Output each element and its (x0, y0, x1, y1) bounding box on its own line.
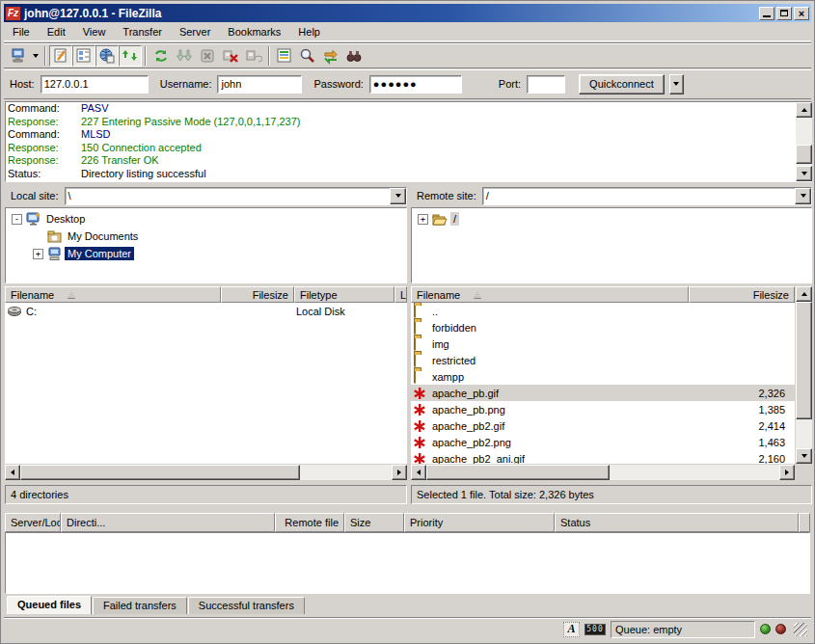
file-row[interactable]: apache_pb.gif 2,326 (411, 385, 795, 401)
queue-tab[interactable]: Failed transfers (93, 597, 187, 614)
scroll-down-button[interactable] (796, 448, 812, 464)
expand-icon[interactable]: + (33, 249, 43, 259)
title-bar[interactable]: Fz john@127.0.0.1 - FileZilla × (4, 4, 811, 22)
filter-button[interactable] (273, 45, 296, 67)
menu-item[interactable]: Edit (39, 24, 74, 40)
queue-column-header[interactable]: Status (555, 513, 799, 532)
process-queue-button[interactable] (173, 45, 196, 67)
site-manager-button[interactable] (7, 45, 30, 67)
file-row[interactable]: C: Local Disk (5, 303, 407, 319)
scroll-left-button[interactable] (5, 465, 20, 480)
arrow-down-icon (801, 172, 807, 175)
scroll-right-button[interactable] (779, 465, 795, 480)
menu-item[interactable]: Server (171, 24, 219, 40)
file-row[interactable]: apache_pb2.png 1,463 (411, 434, 795, 450)
local-file-list[interactable]: C: Local Disk (5, 303, 407, 464)
port-input[interactable] (527, 75, 565, 94)
tree-item-my-documents[interactable]: My Documents (6, 228, 406, 245)
find-button[interactable] (342, 45, 366, 67)
column-header-filename[interactable]: Filename (5, 286, 221, 303)
menu-item[interactable]: Bookmarks (219, 24, 289, 40)
toggle-remote-tree-button[interactable] (95, 45, 119, 67)
refresh-button[interactable] (149, 45, 173, 67)
menu-item[interactable]: File (4, 24, 39, 40)
log-scrollbar[interactable] (796, 102, 812, 181)
local-site-combo[interactable]: \ (65, 187, 407, 205)
username-input[interactable] (217, 75, 302, 94)
disconnect-button[interactable] (219, 45, 242, 67)
scroll-thumb[interactable] (426, 465, 610, 480)
compare-button[interactable] (296, 45, 319, 67)
menu-item[interactable]: View (74, 24, 115, 40)
file-row[interactable]: img (411, 335, 795, 352)
remote-tree[interactable]: + / (411, 207, 812, 283)
file-row[interactable]: apache_pb.png 1,385 (411, 401, 795, 417)
message-log[interactable]: Command: PASV Response: 227 Entering Pas… (5, 101, 812, 182)
collapse-icon[interactable]: - (12, 214, 22, 225)
menu-item[interactable]: Transfer (114, 24, 171, 40)
queue-column-header[interactable] (799, 513, 810, 532)
column-header-filename[interactable]: Filename (411, 286, 689, 303)
queue-list[interactable] (5, 532, 810, 594)
cancel-button[interactable] (196, 45, 219, 67)
chevron-down-icon (673, 82, 679, 86)
queue-column-header[interactable]: Server/Local file (5, 513, 61, 532)
remote-file-list[interactable]: .. forbidden img restricted xampp (411, 303, 795, 464)
toggle-message-log-button[interactable] (49, 45, 72, 67)
close-button[interactable]: × (794, 7, 809, 20)
file-row[interactable]: forbidden (411, 319, 795, 335)
tree-item-root[interactable]: + / (412, 210, 811, 228)
scroll-down-button[interactable] (796, 166, 812, 181)
minimize-button[interactable] (759, 7, 774, 20)
remote-list-vscrollbar[interactable] (796, 286, 812, 464)
file-row[interactable]: restricted (411, 352, 795, 368)
queue-tab[interactable]: Successful transfers (188, 597, 305, 614)
scroll-thumb[interactable] (796, 145, 812, 164)
scroll-up-button[interactable] (796, 286, 812, 302)
quickconnect-dropdown[interactable] (669, 74, 684, 94)
reconnect-button[interactable] (242, 45, 265, 67)
expand-icon[interactable]: + (418, 214, 428, 225)
file-row[interactable]: apache_pb2.gif 2,414 (411, 417, 795, 434)
file-row[interactable]: apache_pb2_ani.gif 2,160 (411, 450, 795, 464)
host-input[interactable] (41, 75, 149, 94)
quickconnect-button[interactable]: Quickconnect (579, 74, 665, 94)
tree-item-my-computer[interactable]: + My Computer (6, 245, 406, 262)
queue-column-header[interactable]: Remote file (275, 513, 344, 532)
file-size: 2,160 (693, 453, 795, 465)
remote-site-combo-button[interactable] (795, 188, 811, 204)
password-input[interactable] (369, 75, 462, 94)
file-row[interactable]: .. (411, 303, 795, 319)
remote-site-combo[interactable]: / (482, 187, 812, 205)
queue-column-header[interactable]: Priority (404, 513, 555, 532)
toggle-local-tree-button[interactable] (72, 45, 95, 67)
local-tree[interactable]: - Desktop My Documents + My Computer (5, 207, 407, 283)
file-row[interactable]: xampp (411, 368, 795, 385)
toggle-queue-button[interactable] (119, 45, 142, 67)
scroll-right-button[interactable] (392, 465, 407, 480)
queue-column-header[interactable]: Directi... (61, 513, 275, 532)
resize-grip-icon[interactable] (794, 623, 807, 636)
scroll-thumb[interactable] (20, 465, 300, 480)
tree-item-desktop[interactable]: - Desktop (6, 210, 406, 228)
transfer-type-indicator[interactable]: A (563, 622, 580, 637)
menu-item[interactable]: Help (289, 24, 329, 40)
file-name: apache_pb.png (432, 404, 693, 416)
local-site-combo-button[interactable] (390, 188, 406, 204)
scroll-thumb[interactable] (796, 302, 812, 419)
queue-column-header[interactable]: Size (344, 513, 404, 532)
scroll-left-button[interactable] (411, 465, 426, 480)
scroll-up-button[interactable] (796, 102, 812, 118)
local-list-hscrollbar[interactable] (5, 465, 407, 480)
column-header-filetype[interactable]: Filetype (294, 286, 394, 303)
queue-tab[interactable]: Queued files (7, 596, 92, 614)
pane-splitter[interactable] (407, 184, 411, 504)
remote-list-hscrollbar[interactable] (411, 465, 795, 480)
column-header-lastmodified[interactable]: L (394, 286, 407, 303)
column-header-filesize[interactable]: Filesize (689, 286, 795, 303)
sync-browse-button[interactable] (319, 45, 342, 67)
speed-limit-indicator[interactable]: 500 (584, 624, 606, 635)
maximize-button[interactable] (776, 7, 792, 20)
site-manager-dropdown[interactable] (30, 45, 41, 67)
column-header-filesize[interactable]: Filesize (221, 286, 294, 303)
